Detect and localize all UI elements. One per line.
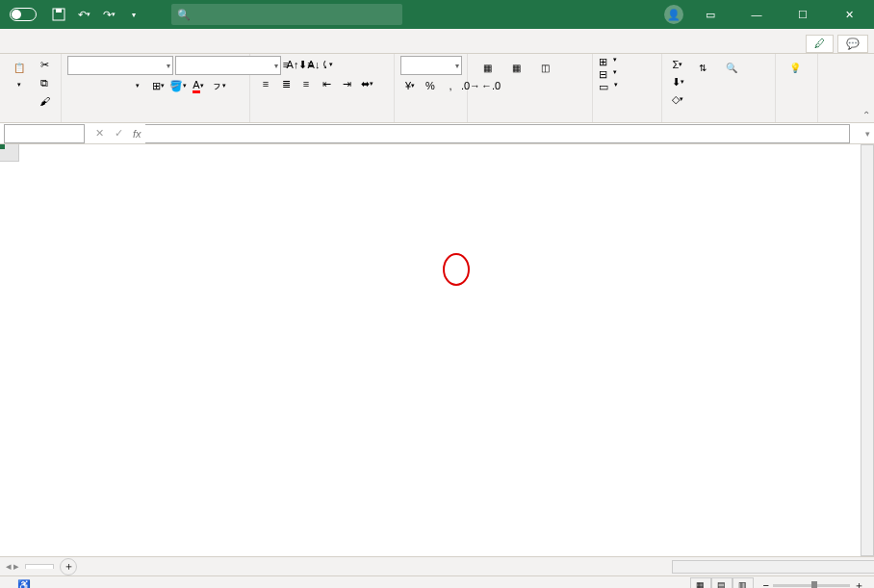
save-icon[interactable]: [48, 4, 69, 25]
formula-bar-row: ✕ ✓ fx ▾: [0, 123, 874, 144]
fx-icon[interactable]: fx: [133, 128, 141, 140]
ribbon: 📋 ▾ ✂ ⧉ 🖌 A↑ A↓ ▾ ⊞▾: [0, 54, 874, 123]
add-sheet-icon[interactable]: ＋: [60, 558, 77, 575]
indent-inc-icon[interactable]: ⇥: [337, 75, 356, 92]
zoom-in-icon[interactable]: ＋: [854, 578, 864, 589]
fill-color-icon[interactable]: 🪣▾: [168, 77, 188, 94]
font-name-select[interactable]: [67, 56, 173, 75]
delete-cells-button[interactable]: [608, 68, 612, 81]
formula-bar[interactable]: [145, 124, 850, 143]
qat-customize-icon[interactable]: ▾: [123, 4, 144, 25]
enter-formula-icon[interactable]: ✓: [110, 127, 127, 140]
conditional-format-button[interactable]: ▦: [474, 56, 501, 81]
format-as-table-button[interactable]: ▦: [502, 56, 529, 81]
insert-cells-icon: ⊞: [599, 56, 607, 68]
cut-icon[interactable]: ✂: [35, 56, 54, 73]
autosave-toggle[interactable]: [6, 8, 40, 21]
autosum-icon[interactable]: Σ▾: [668, 56, 687, 73]
underline-button[interactable]: [108, 77, 127, 94]
align-bottom-icon[interactable]: ⬇≡: [296, 56, 316, 73]
minimize-icon[interactable]: ―: [737, 0, 776, 29]
titlebar: ↶▾ ↷▾ ▾ 🔍 👤 ▭ ― ☐ ✕: [0, 0, 874, 29]
border-icon[interactable]: ⊞▾: [148, 77, 167, 94]
share-button[interactable]: 🖊: [806, 35, 834, 53]
italic-button[interactable]: [88, 77, 107, 94]
paste-button[interactable]: 📋 ▾: [6, 56, 33, 90]
page-layout-view-icon[interactable]: ▤: [711, 577, 733, 588]
font-size-select[interactable]: [175, 56, 281, 75]
align-center-icon[interactable]: ≣: [276, 75, 296, 92]
format-cells-icon: ▭: [599, 81, 608, 93]
phonetic-icon[interactable]: ㇷ▾: [209, 77, 228, 94]
sheet-nav-next-icon[interactable]: ▸: [13, 560, 19, 573]
sort-filter-button[interactable]: ⇅: [689, 56, 716, 81]
cell-styles-button[interactable]: ◫: [531, 56, 558, 81]
wrap-text-icon[interactable]: [337, 56, 356, 73]
sheet-tab-bar: ◂ ▸ ＋: [0, 556, 874, 575]
ideas-icon: 💡: [785, 58, 805, 77]
table-icon: ▦: [506, 58, 526, 77]
fill-icon[interactable]: ⬇▾: [668, 73, 687, 90]
ribbon-display-icon[interactable]: ▭: [691, 0, 730, 29]
zoom-out-icon[interactable]: −: [763, 579, 769, 588]
align-left-icon[interactable]: ≡: [256, 75, 275, 92]
align-right-icon[interactable]: ≡: [296, 75, 316, 92]
name-box[interactable]: [4, 124, 85, 143]
merge-icon[interactable]: ⬌▾: [357, 75, 376, 92]
maximize-icon[interactable]: ☐: [784, 0, 822, 29]
horizontal-scrollbar[interactable]: [672, 560, 874, 574]
select-all-corner[interactable]: [0, 144, 19, 162]
search-box[interactable]: 🔍: [171, 4, 402, 25]
ribbon-tabs: 🖊 💬: [0, 29, 874, 54]
ideas-button[interactable]: 💡: [782, 56, 809, 81]
search-icon: 🔍: [177, 9, 191, 21]
cell-style-icon: ◫: [535, 58, 554, 77]
close-icon[interactable]: ✕: [830, 0, 868, 29]
percent-icon[interactable]: %: [421, 77, 440, 94]
copy-icon[interactable]: ⧉: [35, 74, 54, 91]
account-avatar-icon[interactable]: 👤: [664, 5, 683, 24]
normal-view-icon[interactable]: ▦: [690, 577, 711, 588]
format-cells-button[interactable]: [609, 81, 613, 93]
stamp-image: [443, 253, 470, 286]
zoom-slider[interactable]: [773, 584, 850, 587]
currency-icon[interactable]: ¥▾: [400, 77, 420, 94]
vertical-scrollbar[interactable]: [861, 144, 874, 556]
collapse-ribbon-icon[interactable]: ⌃: [862, 110, 870, 120]
cond-format-icon: ▦: [477, 58, 497, 77]
font-color-icon[interactable]: A▾: [189, 77, 208, 94]
sort-icon: ⇅: [693, 58, 712, 77]
clear-icon[interactable]: ◇▾: [668, 90, 687, 108]
delete-cells-icon: ⊟: [599, 68, 607, 81]
comma-icon[interactable]: ,: [441, 77, 460, 94]
format-painter-icon[interactable]: 🖌: [35, 92, 54, 110]
indent-dec-icon[interactable]: ⇤: [317, 75, 336, 92]
sheet-tab[interactable]: [25, 564, 54, 569]
cancel-formula-icon[interactable]: ✕: [90, 127, 108, 140]
clipboard-icon: 📋: [10, 58, 29, 77]
orientation-icon[interactable]: ⤹▾: [317, 56, 336, 73]
page-break-view-icon[interactable]: ▥: [733, 577, 754, 588]
worksheet[interactable]: [0, 144, 874, 556]
number-format-select[interactable]: [400, 56, 462, 75]
undo-icon[interactable]: ↶▾: [73, 4, 94, 25]
redo-icon[interactable]: ↷▾: [98, 4, 119, 25]
find-icon: 🔍: [722, 58, 741, 77]
comments-button[interactable]: 💬: [837, 35, 868, 53]
status-bar: ♿ ▦ ▤ ▥ − ＋: [0, 575, 874, 588]
svg-rect-1: [56, 9, 62, 13]
find-select-button[interactable]: 🔍: [718, 56, 745, 81]
expand-formula-icon[interactable]: ▾: [865, 129, 870, 139]
insert-cells-button[interactable]: [608, 56, 612, 68]
bold-button[interactable]: [67, 77, 87, 94]
sheet-nav-prev-icon[interactable]: ◂: [6, 560, 12, 573]
accessibility-status[interactable]: ♿: [17, 579, 31, 589]
